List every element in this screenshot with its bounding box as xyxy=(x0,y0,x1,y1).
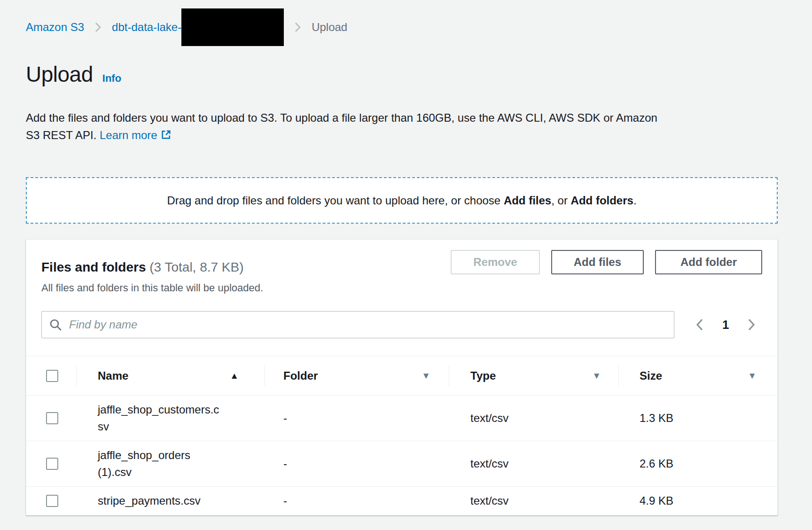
redacted-bucket-name xyxy=(181,8,284,46)
page-title: Upload xyxy=(26,61,93,87)
table-row: jaffle_shop_customers.csv - text/csv 1.3… xyxy=(26,395,777,441)
filter-icon[interactable]: ▼ xyxy=(592,371,601,381)
breadcrumb-chevron-icon xyxy=(294,21,301,34)
table-row: jaffle_shop_orders (1).csv - text/csv 2.… xyxy=(26,441,777,486)
add-folder-button[interactable]: Add folder xyxy=(655,250,762,274)
panel-actions: Remove Add files Add folder xyxy=(451,250,762,274)
add-files-button[interactable]: Add files xyxy=(551,250,644,274)
sort-ascending-icon[interactable]: ▲ xyxy=(230,371,239,381)
search-row: 1 xyxy=(41,311,762,338)
file-type: text/csv xyxy=(449,492,619,509)
file-type: text/csv xyxy=(449,410,619,427)
row-checkbox[interactable] xyxy=(46,495,58,507)
table-row: stripe_payments.csv - text/csv 4.9 KB xyxy=(26,486,777,515)
panel-count-summary: (3 Total, 8.7 KB) xyxy=(149,260,243,274)
dropzone-text: Drag and drop files and folders you want… xyxy=(167,194,636,207)
files-table: Name ▲ Folder ▼ Type ▼ Size ▼ jaffl xyxy=(26,356,777,515)
filter-icon[interactable]: ▼ xyxy=(422,371,430,381)
header-select-all-cell xyxy=(26,356,77,396)
breadcrumb-current: Upload xyxy=(312,21,347,34)
table-header-row: Name ▲ Folder ▼ Type ▼ Size ▼ xyxy=(26,356,777,395)
column-header-size[interactable]: Size ▼ xyxy=(619,356,777,396)
description-line1: Add the files and folders you want to up… xyxy=(26,111,657,124)
column-header-folder[interactable]: Folder ▼ xyxy=(265,356,449,396)
file-folder: - xyxy=(265,455,449,472)
pagination: 1 xyxy=(695,317,756,332)
file-folder: - xyxy=(265,410,449,427)
pagination-next-button[interactable] xyxy=(747,317,756,332)
file-name: jaffle_shop_orders (1).csv xyxy=(98,447,222,481)
panel-subtitle: All files and folders in this table will… xyxy=(41,282,762,294)
file-size: 2.6 KB xyxy=(619,455,777,472)
file-size: 1.3 KB xyxy=(619,410,777,427)
search-box xyxy=(41,311,674,338)
learn-more-link[interactable]: Learn more xyxy=(100,129,157,141)
external-link-icon xyxy=(160,128,172,145)
files-and-folders-panel: Files and folders (3 Total, 8.7 KB) All … xyxy=(26,239,778,515)
search-input[interactable] xyxy=(41,311,674,338)
page-description: Add the files and folders you want to up… xyxy=(26,109,778,145)
search-icon xyxy=(49,318,62,333)
filter-icon[interactable]: ▼ xyxy=(748,371,757,381)
file-name: stripe_payments.csv xyxy=(98,492,222,509)
breadcrumb-link-bucket[interactable]: dbt-data-lake- xyxy=(112,21,181,34)
row-checkbox[interactable] xyxy=(46,458,58,470)
file-folder: - xyxy=(265,492,449,509)
row-checkbox[interactable] xyxy=(46,412,58,424)
info-link[interactable]: Info xyxy=(102,72,121,85)
file-type: text/csv xyxy=(449,455,619,472)
s3-upload-page: Amazon S3 dbt-data-lake- Upload Upload I… xyxy=(0,0,812,530)
page-header: Upload Info xyxy=(26,61,778,87)
breadcrumb-link-amazon-s3[interactable]: Amazon S3 xyxy=(26,21,84,34)
file-size: 4.9 KB xyxy=(619,492,777,509)
drag-and-drop-zone[interactable]: Drag and drop files and folders you want… xyxy=(26,177,778,224)
breadcrumb: Amazon S3 dbt-data-lake- Upload xyxy=(26,0,778,46)
pagination-prev-button[interactable] xyxy=(695,317,704,332)
remove-button[interactable]: Remove xyxy=(451,250,539,274)
file-name: jaffle_shop_customers.csv xyxy=(98,401,222,435)
select-all-checkbox[interactable] xyxy=(46,370,58,382)
panel-header: Files and folders (3 Total, 8.7 KB) All … xyxy=(26,240,777,294)
breadcrumb-chevron-icon xyxy=(94,21,102,34)
description-line2: S3 REST API. xyxy=(26,129,96,141)
pagination-current-page[interactable]: 1 xyxy=(722,318,729,332)
panel-title-text: Files and folders xyxy=(41,260,146,274)
column-header-type[interactable]: Type ▼ xyxy=(449,356,619,396)
column-header-name[interactable]: Name ▲ xyxy=(77,356,265,396)
